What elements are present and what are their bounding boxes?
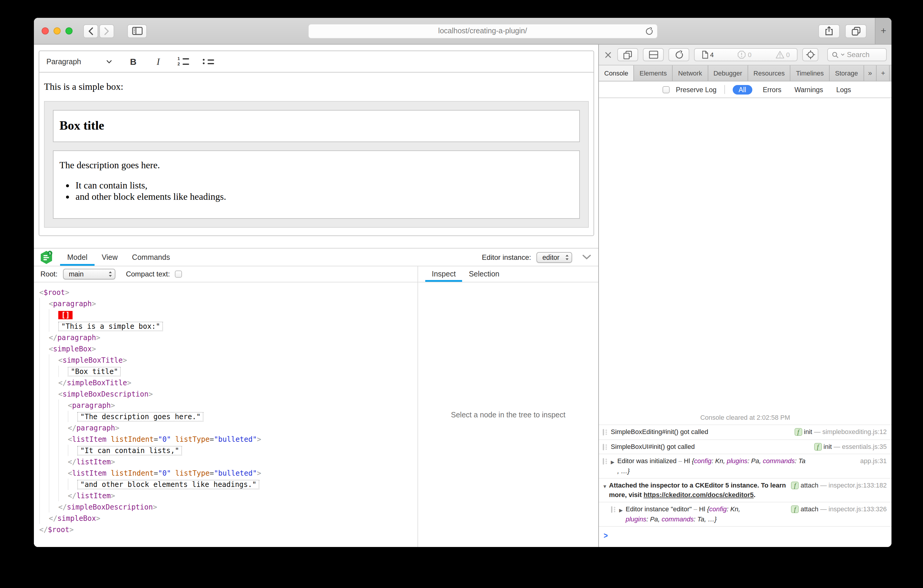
minimize-window-button[interactable] <box>54 27 61 34</box>
tree-node[interactable]: </paragraph> <box>39 422 417 434</box>
tree-node[interactable]: "The description goes here." <box>39 411 417 422</box>
tree-node[interactable]: </simpleBox> <box>39 512 417 524</box>
tree-node[interactable]: "It can contain lists," <box>39 445 417 456</box>
zoom-window-button[interactable] <box>66 27 72 34</box>
simple-box-widget[interactable]: Box title The description goes here. It … <box>44 101 589 228</box>
tree-node[interactable]: <simpleBoxTitle> <box>39 354 417 366</box>
dock-bottom-button[interactable] <box>643 48 664 61</box>
tab-overview-button[interactable] <box>845 24 867 38</box>
errors-counter[interactable]: 0 <box>738 51 751 59</box>
disclosure-triangle-icon[interactable]: ▶ <box>611 458 618 467</box>
devtools-tab-resources[interactable]: Resources <box>748 66 791 81</box>
tree-node[interactable]: </listItem> <box>39 490 417 501</box>
reload-button[interactable] <box>645 27 653 35</box>
source-file-link[interactable]: — inspector.js:133:326 <box>820 505 887 514</box>
tree-text-node[interactable]: "It can contain lists," <box>77 446 182 455</box>
devtools-search-field[interactable]: Search <box>827 48 887 61</box>
tree-node[interactable]: "This is a simple box:" <box>39 320 417 332</box>
tree-node[interactable]: </simpleBoxTitle> <box>39 377 417 388</box>
warnings-counter[interactable]: 0 <box>775 51 790 59</box>
tree-node[interactable]: </paragraph> <box>39 332 417 343</box>
more-tabs-button[interactable]: » <box>864 66 877 81</box>
collapse-inspector-button[interactable] <box>582 255 591 260</box>
tree-node[interactable]: <simpleBox> <box>39 343 417 354</box>
log-link[interactable]: https://ckeditor.com/docs/ckeditor5 <box>644 491 754 498</box>
tree-node[interactable]: <listItem listIndent="0" listType="bulle… <box>39 467 417 479</box>
tree-node[interactable]: </$root> <box>39 524 417 535</box>
side-tab-selection[interactable]: Selection <box>462 266 506 282</box>
editor-instance-select[interactable]: editor <box>536 252 572 263</box>
tree-node[interactable]: <simpleBoxDescription> <box>39 388 417 399</box>
devtools-tab-network[interactable]: Network <box>673 66 708 81</box>
disclosure-triangle-icon[interactable]: ▶ <box>619 506 626 515</box>
source-file-link[interactable]: — simpleboxediting.js:12 <box>814 427 887 437</box>
devtools-tab-console[interactable]: Console <box>599 66 634 81</box>
tree-text-node[interactable]: "Box title" <box>68 366 121 376</box>
scope-logs[interactable]: Logs <box>834 85 853 94</box>
devtools-tab-timelines[interactable]: Timelines <box>791 66 829 81</box>
scope-all[interactable]: All <box>733 85 752 94</box>
tree-node[interactable]: <paragraph> <box>39 298 417 309</box>
console-log-row[interactable]: SimpleBoxEditing#init() got calledfinit … <box>599 424 892 439</box>
numbered-list-button[interactable]: 1 2 <box>177 57 189 66</box>
box-title-text[interactable]: Box title <box>59 118 573 133</box>
intro-paragraph[interactable]: This is a simple box: <box>44 81 589 92</box>
tree-node[interactable]: </listItem> <box>39 456 417 467</box>
heading-dropdown[interactable]: Paragraph <box>46 57 112 66</box>
resources-counter[interactable]: 4 <box>702 51 714 59</box>
devtools-tab-elements[interactable]: Elements <box>634 66 673 81</box>
tree-node[interactable]: "Box title" <box>39 366 417 377</box>
bold-button[interactable]: B <box>127 56 139 67</box>
tree-node[interactable]: <listItem listIndent="0" listType="bulle… <box>39 434 417 445</box>
description-text[interactable]: The description goes here. <box>59 160 573 171</box>
italic-button[interactable]: I <box>152 56 164 67</box>
console-log-row[interactable]: SimpleBoxUI#init() got calledfinit — ess… <box>599 439 892 453</box>
devtools-tab-debugger[interactable]: Debugger <box>708 66 748 81</box>
inspector-tab-model[interactable]: Model <box>60 248 95 266</box>
tree-node[interactable]: <paragraph> <box>39 399 417 411</box>
tree-text-node[interactable]: "and other block elements like headings.… <box>77 480 259 489</box>
tree-node[interactable]: "and other block elements like headings.… <box>39 479 417 490</box>
back-button[interactable] <box>83 24 98 38</box>
source-file-link[interactable]: — essentials.js:35 <box>833 442 887 451</box>
tree-text-node[interactable]: "The description goes here." <box>77 412 204 421</box>
simple-box-title[interactable]: Box title <box>53 110 580 142</box>
close-window-button[interactable] <box>42 27 49 34</box>
console-prompt[interactable]: > <box>599 526 892 547</box>
resource-status-group[interactable]: 4 0 <box>694 48 798 61</box>
devtools-settings-button[interactable] <box>890 66 892 81</box>
scope-errors[interactable]: Errors <box>760 85 784 94</box>
inspector-tab-commands[interactable]: Commands <box>125 248 177 266</box>
description-list[interactable]: It can contain lists, and other block el… <box>76 179 573 202</box>
reload-page-button[interactable] <box>668 48 689 61</box>
detach-devtools-button[interactable] <box>618 48 638 61</box>
devtools-tab-storage[interactable]: Storage <box>829 66 864 81</box>
simple-box-description[interactable]: The description goes here. It can contai… <box>53 150 580 219</box>
list-item[interactable]: and other block elements like headings. <box>76 191 573 202</box>
address-bar[interactable]: localhost/creating-a-plugin/ <box>308 23 657 38</box>
disclosure-triangle-icon[interactable]: ▼ <box>603 482 609 491</box>
element-picker-button[interactable] <box>802 48 818 61</box>
console-log-row[interactable]: ▶Editor instance "editor" – Hl {config: … <box>599 502 892 526</box>
close-devtools-button[interactable] <box>604 51 613 58</box>
source-file-link[interactable]: app.js:31 <box>860 457 887 466</box>
add-tab-button[interactable]: + <box>877 66 890 81</box>
new-tab-button[interactable]: + <box>875 18 892 44</box>
compact-text-checkbox[interactable] <box>174 271 182 278</box>
tree-node[interactable]: [] <box>39 309 417 320</box>
forward-button[interactable] <box>99 24 114 38</box>
source-file-link[interactable]: — inspector.js:133:182 <box>820 481 887 490</box>
side-tab-inspect[interactable]: Inspect <box>425 266 462 282</box>
bulleted-list-button[interactable] <box>202 59 214 64</box>
list-item[interactable]: It can contain lists, <box>76 179 573 191</box>
tree-node[interactable]: </simpleBoxDescription> <box>39 501 417 512</box>
console-log-row[interactable]: ▼Attached the inspector to a CKEditor 5 … <box>599 478 892 502</box>
preserve-log-checkbox[interactable] <box>663 86 670 93</box>
sidebar-toggle-button[interactable] <box>127 24 147 38</box>
tree-node[interactable]: <$root> <box>39 287 417 298</box>
share-button[interactable] <box>818 24 840 38</box>
inspector-tab-view[interactable]: View <box>95 248 125 266</box>
console-log-row[interactable]: ▶Editor was initialized – Hl {config: Kn… <box>599 453 892 478</box>
editor-editable-area[interactable]: This is a simple box: Box title The desc… <box>39 72 593 229</box>
root-select[interactable]: main <box>63 269 115 279</box>
